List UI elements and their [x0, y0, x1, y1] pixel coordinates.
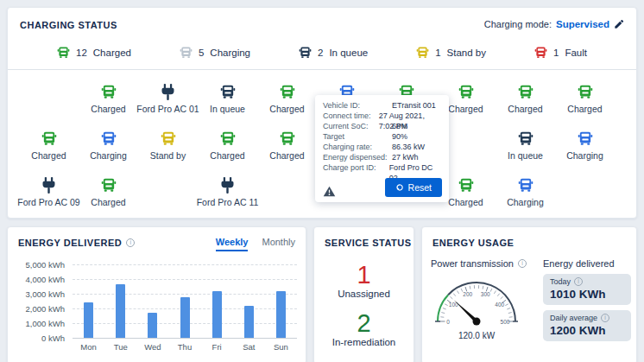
vehicle-icon	[458, 81, 474, 102]
charging-mode-control: Charging mode: Supervised	[484, 19, 624, 29]
vehicle-icon	[220, 128, 236, 149]
vehicle-charged[interactable]: Charged	[257, 79, 317, 125]
panel-title: SERVICE STATUS	[325, 238, 412, 248]
today-card: Today i 1010 KWh	[543, 274, 631, 305]
tooltip-row: Current SoC:68%	[323, 121, 441, 131]
vehicle-status-label: Charged	[448, 104, 483, 114]
gauge-tick-label: 500	[501, 319, 510, 325]
van-icon	[416, 46, 429, 59]
vehicle-queue[interactable]: In queue	[496, 125, 555, 172]
vehicle-charged[interactable]: Charged	[79, 79, 138, 125]
vehicle-status-label: Charged	[508, 104, 542, 114]
vehicle-status-label: Charging	[90, 150, 127, 161]
energy-delivered-label: Energy delivered	[543, 258, 631, 269]
vehicle-status-label: Ford Pro AC 09	[17, 197, 79, 207]
info-icon[interactable]: i	[518, 259, 527, 268]
vehicle-charged[interactable]: Charged	[555, 79, 615, 125]
tooltip-field-label: Current SoC:	[323, 121, 392, 131]
tab-monthly[interactable]: Monthly	[262, 237, 295, 251]
edit-pencil-icon[interactable]	[614, 19, 624, 29]
vehicle-icon	[280, 128, 295, 149]
tooltip-field-label: Energy dispensed:	[323, 152, 392, 162]
vehicle-charging[interactable]: Charging	[555, 125, 615, 172]
vehicle-icon	[41, 128, 57, 149]
power-gauge: 0100200300400500	[429, 274, 524, 329]
today-label: Today	[550, 277, 571, 286]
vehicle-status-label: Charged	[448, 197, 483, 207]
power-transmission-label: Power transmission	[431, 258, 514, 269]
vehicle-tooltip: Vehicle ID:ETransit 001Connect time:27 A…	[315, 95, 449, 202]
summary-count: 2	[318, 48, 323, 58]
x-axis-tick-label: Thu	[167, 342, 202, 352]
summary-count: 12	[76, 48, 87, 58]
daily-average-value: 1200 KWh	[550, 324, 624, 337]
status-summary-row: 12Charged5Charging2In queue1Stand by1Fau…	[8, 46, 636, 59]
vehicle-status-label: Stand by	[150, 150, 186, 161]
x-axis-tick-label: Sat	[231, 342, 266, 352]
charging-mode-value: Supervised	[556, 19, 609, 29]
tooltip-field-value: 90%	[392, 131, 407, 142]
summary-label: Charging	[210, 48, 250, 58]
chart-gridline	[73, 338, 297, 339]
vehicle-queue[interactable]: In queue	[198, 79, 257, 125]
today-value: 1010 KWh	[550, 288, 624, 301]
tooltip-row: Charging rate:86.36 kW	[323, 142, 441, 152]
van-icon	[57, 46, 70, 59]
energy-usage-panel: ENERGY USAGE Power transmission i 010020…	[421, 226, 637, 362]
vehicle-icon	[518, 81, 534, 102]
vehicle-status-label: Charged	[31, 150, 66, 161]
vehicle-status-label: Ford Pro AC 11	[197, 197, 259, 207]
summary-count: 1	[435, 48, 440, 58]
reset-button[interactable]: Reset	[385, 178, 442, 197]
x-axis-tick-label: Mon	[72, 342, 106, 352]
tooltip-field-value: ETransit 001	[392, 100, 436, 111]
summary-item-fault: 1Fault	[534, 46, 587, 59]
tooltip-row: Connect time:27 Aug 2021, 7:02 PM	[323, 111, 441, 121]
y-axis-tick-label: 0 kWh	[8, 333, 65, 343]
x-axis-tick-label: Fri	[199, 342, 234, 352]
tooltip-field-label: Connect time:	[323, 111, 379, 121]
summary-label: Charged	[93, 48, 131, 58]
power-gauge-value: 120.0 kW	[429, 331, 524, 340]
charging-mode-label: Charging mode:	[484, 19, 552, 29]
vehicle-charged[interactable]: Charged	[257, 125, 317, 172]
vehicle-icon	[101, 128, 117, 149]
info-icon[interactable]: i	[574, 277, 583, 286]
energy-delivered-panel: ENERGY DELIVERED i Weekly Monthly 0 kWh1…	[7, 226, 306, 362]
in-remediation-count: 2	[314, 310, 414, 336]
info-icon[interactable]: i	[601, 314, 609, 322]
vehicle-connector[interactable]: Ford Pro AC 09	[19, 172, 79, 219]
vehicle-standby[interactable]: Stand by	[138, 125, 198, 172]
vehicle-charging[interactable]: Charging	[496, 172, 555, 219]
bar-wed	[148, 313, 157, 338]
vehicle-charged[interactable]: Charged	[198, 125, 257, 172]
vehicle-connector[interactable]: Ford Pro AC 11	[198, 172, 257, 219]
x-axis-tick-label: Tue	[104, 342, 138, 352]
info-icon[interactable]: i	[126, 238, 135, 247]
chart-gridline	[73, 294, 297, 295]
vehicle-icon	[518, 175, 534, 195]
vehicle-charged[interactable]: Charged	[79, 172, 138, 219]
tooltip-field-value: 86.36 kW	[392, 142, 425, 152]
y-axis-tick-label: 1,000 kWh	[8, 319, 65, 328]
vehicle-icon	[458, 175, 474, 195]
period-tabs: Weekly Monthly	[216, 237, 295, 251]
daily-average-card: Daily average i 1200 KWh	[543, 310, 631, 341]
vehicle-status-label: In queue	[508, 150, 543, 161]
vehicle-charged[interactable]: Charged	[496, 79, 555, 125]
chart-gridline	[73, 264, 297, 265]
vehicle-connector[interactable]: Ford Pro AC 01	[138, 79, 198, 125]
vehicle-icon	[578, 128, 593, 149]
tab-weekly[interactable]: Weekly	[216, 237, 249, 251]
tooltip-field-value: 27 Aug 2021, 7:02 PM	[379, 111, 441, 121]
vehicle-charging[interactable]: Charging	[79, 125, 138, 172]
summary-label: Stand by	[447, 48, 486, 58]
energy-bar-chart: 0 kWh1,000 kWh2,000 kWh3,000 kWh4,000 kW…	[8, 258, 307, 362]
panel-title: ENERGY DELIVERED	[18, 238, 122, 248]
vehicle-charged[interactable]: Charged	[19, 125, 79, 172]
vehicle-status-label: Charged	[91, 104, 125, 114]
vehicle-status-label: In queue	[210, 104, 245, 114]
charge-connector-icon	[159, 81, 177, 102]
tooltip-field-label: Charging rate:	[323, 142, 392, 152]
summary-label: Fault	[565, 48, 587, 58]
